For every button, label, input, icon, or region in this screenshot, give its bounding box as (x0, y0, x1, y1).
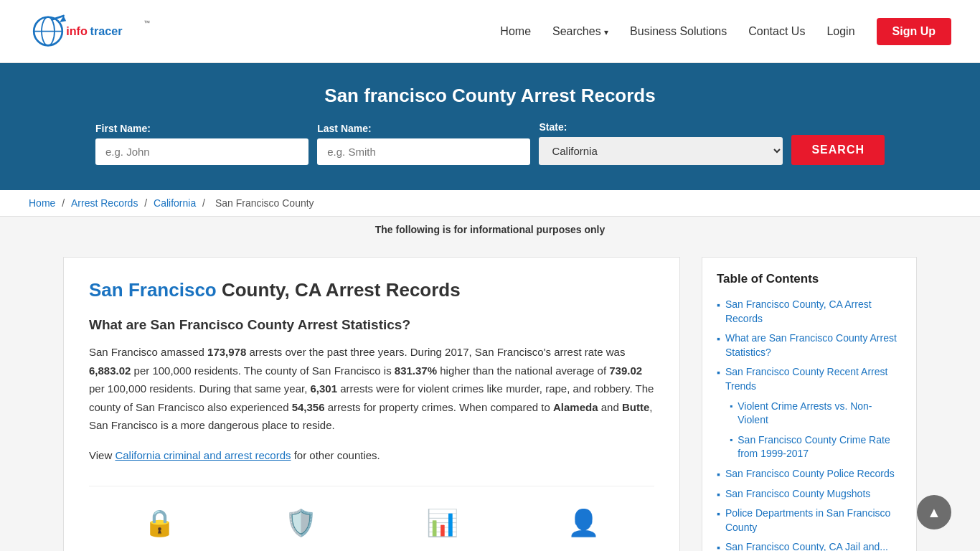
first-name-label: First Name: (95, 123, 151, 134)
breadcrumb-california[interactable]: California (154, 197, 196, 209)
state-select[interactable]: AlabamaAlaskaArizonaArkansasCaliforniaCo… (539, 137, 783, 165)
toc-title: Table of Contents (717, 272, 902, 286)
state-group: State: AlabamaAlaskaArizonaArkansasCalif… (539, 121, 783, 165)
breadcrumb-sep-1: / (62, 197, 67, 209)
toc-sub-link-2[interactable]: San Francisco County Crime Rate from 199… (738, 433, 902, 461)
toc-link-3[interactable]: San Francisco County Recent Arrest Trend… (725, 365, 902, 393)
navbar: info tracer ™ Home Searches ▾ Business S… (0, 0, 980, 63)
breadcrumb-home[interactable]: Home (29, 197, 55, 209)
stat-icons-row: 🔒 🛡️ 📊 👤 (89, 486, 654, 545)
breadcrumb-sep-3: / (202, 197, 208, 209)
nav-item-searches[interactable]: Searches ▾ (552, 25, 608, 38)
person-icon: 👤 (567, 508, 600, 537)
p1-text2: arrests over the past three years. Durin… (246, 346, 625, 358)
california-records-link[interactable]: California criminal and arrest records (115, 449, 291, 461)
stat-icon-1: 🔒 (89, 501, 230, 545)
chart-icon: 📊 (426, 508, 458, 537)
toc-item-7: San Francisco County Mugshots (717, 487, 902, 501)
last-name-label: Last Name: (317, 123, 371, 134)
toc-link-6[interactable]: San Francisco County Police Records (725, 467, 895, 481)
searches-label: Searches (552, 25, 601, 37)
scroll-top-icon: ▲ (927, 504, 941, 521)
toc-link-2[interactable]: What are San Francisco County Arrest Sta… (725, 331, 902, 359)
toc-item-1: San Francisco County, CA Arrest Records (717, 298, 902, 326)
search-button[interactable]: SEARCH (791, 135, 885, 165)
chevron-down-icon: ▾ (604, 27, 608, 37)
svg-text:tracer: tracer (90, 24, 123, 37)
toc-link-8[interactable]: Police Departments in San Francisco Coun… (725, 507, 902, 534)
state-label: State: (539, 121, 567, 133)
toc-sub-item-1: Violent Crime Arrests vs. Non-Violent (730, 400, 902, 428)
info-notice: The following is for informational purpo… (0, 217, 980, 242)
toc-item-9: San Francisco County, CA Jail and... (717, 540, 902, 551)
toc-item-2: What are San Francisco County Arrest Sta… (717, 331, 902, 359)
city2: Butte (622, 401, 649, 413)
toc-list-2: San Francisco County Police Records San … (717, 467, 902, 551)
signup-button-wrapper: Sign Up (877, 18, 951, 45)
toc-sub-link-1[interactable]: Violent Crime Arrests vs. Non-Violent (738, 400, 902, 428)
p2-prefix: View (89, 449, 115, 461)
toc-list: San Francisco County, CA Arrest Records … (717, 298, 902, 394)
property-num: 54,356 (292, 401, 325, 413)
toc-link-7[interactable]: San Francisco County Mugshots (725, 487, 870, 501)
hero-title: San francisco County Arrest Records (29, 85, 951, 107)
toc-link-1[interactable]: San Francisco County, CA Arrest Records (725, 298, 902, 326)
main-content: San Francisco County, CA Arrest Records … (34, 242, 946, 551)
city1: Alameda (553, 401, 598, 413)
p1-text3: per 100,000 residents. The county of San… (131, 364, 394, 377)
national-avg: 739.02 (609, 364, 642, 377)
handcuffs-icon: 🔒 (143, 508, 176, 537)
search-form: First Name: Last Name: State: AlabamaAla… (95, 121, 885, 165)
info-notice-text: The following is for informational purpo… (375, 224, 605, 235)
first-name-input[interactable] (95, 138, 308, 165)
svg-text:™: ™ (143, 19, 150, 26)
stat-icon-2: 🛡️ (230, 501, 372, 545)
nav-item-home[interactable]: Home (500, 25, 531, 38)
breadcrumb-arrest-records[interactable]: Arrest Records (71, 197, 138, 209)
arrests-number: 173,978 (207, 346, 246, 358)
nav-item-login[interactable]: Login (826, 25, 854, 38)
first-name-group: First Name: (95, 123, 308, 165)
signup-button[interactable]: Sign Up (877, 18, 951, 45)
badge-icon: 🛡️ (285, 508, 317, 537)
nav-item-business[interactable]: Business Solutions (630, 25, 727, 38)
scroll-top-button[interactable]: ▲ (917, 495, 951, 529)
nav-item-contact[interactable]: Contact Us (748, 25, 805, 38)
sidebar: Table of Contents San Francisco County, … (702, 257, 917, 551)
logo[interactable]: info tracer ™ (29, 10, 158, 53)
stat-icon-3: 📊 (372, 501, 513, 545)
paragraph2: View California criminal and arrest reco… (89, 446, 654, 465)
p1-text4: higher than the national average of (437, 364, 609, 377)
nav-links: Home Searches ▾ Business Solutions Conta… (500, 18, 951, 45)
breadcrumb: Home / Arrest Records / California / San… (0, 190, 980, 217)
hero-banner: San francisco County Arrest Records Firs… (0, 63, 980, 190)
violent-num: 6,301 (311, 382, 338, 395)
toc-item-3: San Francisco County Recent Arrest Trend… (717, 365, 902, 393)
content-area: San Francisco County, CA Arrest Records … (63, 257, 680, 551)
p2-suffix: for other counties. (291, 449, 380, 461)
toc-link-9[interactable]: San Francisco County, CA Jail and... (725, 540, 888, 551)
pct-higher: 831.37% (395, 364, 437, 377)
main-title-rest: County, CA Arrest Records (217, 279, 461, 301)
rate-number: 6,883.02 (89, 364, 131, 377)
main-title: San Francisco County, CA Arrest Records (89, 279, 654, 301)
p1-text7: arrests for property crimes. When compar… (325, 401, 553, 413)
toc-item-8: Police Departments in San Francisco Coun… (717, 507, 902, 534)
paragraph1: San Francisco amassed 173,978 arrests ov… (89, 343, 654, 435)
svg-text:info: info (66, 24, 88, 37)
toc-item-6: San Francisco County Police Records (717, 467, 902, 481)
breadcrumb-sep-2: / (144, 197, 150, 209)
p1-text1: San Francisco amassed (89, 346, 207, 358)
main-title-blue: San Francisco (89, 279, 217, 301)
toc-sub-item-2: San Francisco County Crime Rate from 199… (730, 433, 902, 461)
p1-text5: per 100,000 residents. During that same … (89, 382, 311, 395)
section1-heading: What are San Francisco County Arrest Sta… (89, 317, 654, 333)
p1-text8: and (598, 401, 622, 413)
breadcrumb-current: San Francisco County (215, 197, 314, 209)
last-name-input[interactable] (317, 138, 530, 165)
last-name-group: Last Name: (317, 123, 530, 165)
toc-sub-list: Violent Crime Arrests vs. Non-Violent Sa… (717, 400, 902, 461)
stat-icon-4: 👤 (513, 501, 654, 545)
